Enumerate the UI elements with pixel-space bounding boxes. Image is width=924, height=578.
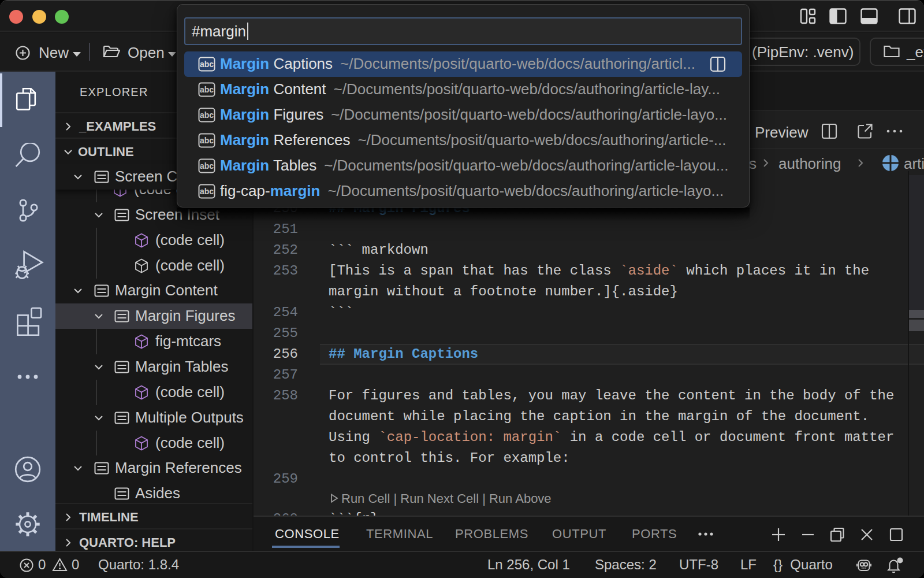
svg-text:abc: abc [200, 161, 214, 171]
svg-text:abc: abc [200, 85, 214, 94]
svg-text:abc: abc [200, 60, 214, 69]
svg-text:abc: abc [200, 187, 214, 196]
svg-text:abc: abc [200, 136, 214, 145]
svg-text:abc: abc [200, 110, 214, 120]
